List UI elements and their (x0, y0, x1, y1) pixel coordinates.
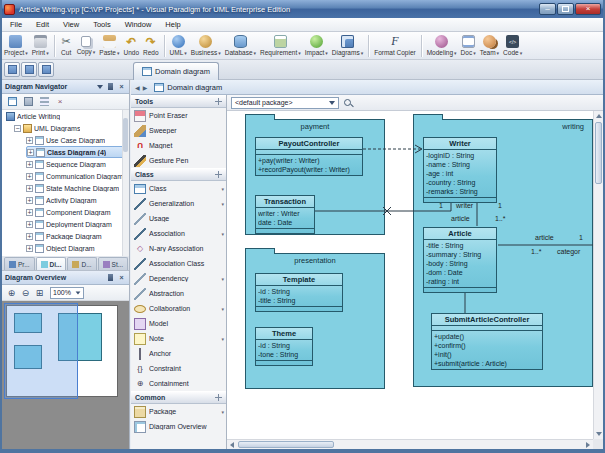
class-payoutcontroller[interactable]: PayoutController +pay(writer : Writer) +… (255, 137, 363, 176)
zoom-in-button[interactable]: ⊕ (5, 286, 18, 299)
tree-item-communication-diagram[interactable]: + Communication Diagram (26, 170, 129, 182)
forward-icon[interactable]: ▶ (143, 84, 148, 91)
scroll-right-button[interactable] (583, 440, 593, 450)
toolbar-team-button[interactable]: Team▾ (478, 34, 501, 57)
palette-item-package[interactable]: Package ▾ (131, 404, 226, 419)
toolbar-project-button[interactable]: Project▾ (2, 34, 30, 57)
diagram-navigator-header[interactable]: Diagram Navigator × (2, 80, 129, 94)
palette-item-dependency[interactable]: Dependency ▾ (131, 271, 226, 286)
toolbar-doc-button[interactable]: Doc▾ (459, 34, 478, 57)
tree-item-state-machine-diagram[interactable]: + State Machine Diagram (26, 182, 129, 194)
expand-icon[interactable]: + (26, 161, 33, 168)
toolbar-copy-button[interactable]: Copy▾ (75, 35, 98, 56)
back-icon[interactable]: ◀ (135, 84, 140, 91)
scrollbar-thumb[interactable] (595, 122, 602, 184)
tree-item-package-diagram[interactable]: + Package Diagram (26, 230, 129, 242)
expand-icon[interactable]: + (26, 209, 33, 216)
expand-icon[interactable]: + (26, 197, 33, 204)
palette-item-note[interactable]: Note ▾ (131, 331, 226, 346)
close-icon[interactable]: × (117, 273, 126, 282)
tree-item-class-diagram[interactable]: + Class Diagram (4) (26, 146, 129, 158)
menu-help[interactable]: Help (158, 18, 187, 31)
vertical-scrollbar[interactable] (593, 111, 603, 439)
panel-tab-project[interactable]: Pr... (4, 257, 35, 270)
horizontal-scrollbar[interactable] (227, 439, 593, 449)
class-transaction[interactable]: Transaction writer : Writer date : Date (255, 195, 315, 234)
class-theme[interactable]: Theme -id : String -tone : String (255, 327, 313, 366)
tree-item-sequence-diagram[interactable]: + Sequence Diagram (26, 158, 129, 170)
expand-icon[interactable]: + (26, 173, 33, 180)
palette-item-collaboration[interactable]: Collaboration ▾ (131, 301, 226, 316)
palette-item-association-class[interactable]: Association Class (131, 256, 226, 271)
palette-item-usage[interactable]: Usage (131, 211, 226, 226)
class-article[interactable]: Article -title : String -summary : Strin… (423, 227, 497, 293)
toolbar-code-button[interactable]: </> Code▾ (501, 34, 524, 57)
new-diagram-button[interactable] (4, 62, 20, 77)
palette-item-gesture-pen[interactable]: Gesture Pen (131, 153, 226, 168)
expand-icon[interactable]: + (27, 149, 34, 156)
zoom-fit-button[interactable]: ⊞ (33, 286, 46, 299)
tree-item-activity-diagram[interactable]: + Activity Diagram (26, 194, 129, 206)
expand-icon[interactable]: + (26, 245, 33, 252)
toolbar-cut-button[interactable]: ✂ Cut (58, 34, 75, 57)
palette-section-class[interactable]: Class (131, 168, 226, 181)
scrollbar-thumb[interactable] (238, 441, 334, 448)
tree-item-component-diagram[interactable]: + Component Diagram (26, 206, 129, 218)
expand-icon[interactable]: + (26, 185, 33, 192)
toolbar-paste-button[interactable]: Paste▾ (97, 34, 121, 57)
scroll-up-button[interactable] (594, 111, 604, 121)
toolbar-impact-button[interactable]: Impact▾ (303, 34, 330, 57)
expand-icon[interactable]: + (26, 137, 33, 144)
overview-thumbnail[interactable] (2, 301, 129, 449)
palette-item-abstraction[interactable]: Abstraction (131, 286, 226, 301)
palette-item-association[interactable]: Association ▾ (131, 226, 226, 241)
pin-icon[interactable] (106, 82, 115, 91)
overview-viewport[interactable] (4, 303, 78, 399)
panel-tab-stencil[interactable]: St... (98, 257, 129, 270)
panel-tab-documentation[interactable]: D... (67, 257, 96, 270)
scroll-down-button[interactable] (594, 429, 604, 439)
palette-item-class[interactable]: Class ▾ (131, 181, 226, 196)
palette-item-sweeper[interactable]: Sweeper (131, 123, 226, 138)
diagram-overview-header[interactable]: Diagram Overview × (2, 271, 129, 285)
association-transaction-writer[interactable] (315, 202, 451, 211)
palette-item-point-eraser[interactable]: Point Eraser (131, 108, 226, 123)
toolbar-modeling-button[interactable]: Modeling▾ (425, 34, 459, 57)
scrollbar-thumb[interactable] (123, 118, 128, 152)
toolbar-undo-button[interactable]: ↶ Undo (121, 34, 141, 57)
toolbar-database-button[interactable]: Database▾ (223, 34, 258, 57)
navigator-new-diagram-button[interactable] (5, 95, 19, 108)
expand-icon[interactable]: + (26, 221, 33, 228)
palette-item-nary-association[interactable]: ◇ N-ary Association (131, 241, 226, 256)
close-icon[interactable]: × (117, 82, 126, 91)
package-selector[interactable]: <default package> (231, 97, 339, 109)
menu-tools[interactable]: Tools (86, 18, 118, 31)
navigator-grid-button[interactable] (21, 95, 35, 108)
palette-item-magnet[interactable]: U Magnet (131, 138, 226, 153)
tree-item-composite-structure-diagram[interactable]: + Composite Structure Diagram (26, 254, 129, 256)
switch-diagram-button[interactable] (38, 62, 54, 77)
search-icon[interactable] (344, 99, 351, 106)
panel-menu-icon[interactable] (95, 82, 104, 91)
pin-icon[interactable] (106, 273, 115, 282)
toolbar-business-button[interactable]: Business▾ (189, 34, 223, 57)
palette-item-constraint[interactable]: {} Constraint (131, 361, 226, 376)
class-submitarticlecontroller[interactable]: SubmitArticleController +update() +confi… (431, 313, 543, 370)
class-template[interactable]: Template -id : String -title : String (255, 273, 343, 312)
palette-item-model[interactable]: Model (131, 316, 226, 331)
navigator-list-button[interactable] (37, 95, 51, 108)
toolbar-format-copier-button[interactable]: F Format Copier (372, 34, 418, 57)
palette-item-generalization[interactable]: Generalization ▾ (131, 196, 226, 211)
tree-item-project-root[interactable]: Article Writing (2, 110, 129, 122)
palette-item-diagram-overview[interactable]: Diagram Overview (131, 419, 226, 434)
palette-section-tools[interactable]: Tools (131, 95, 226, 108)
zoom-out-button[interactable]: ⊖ (19, 286, 32, 299)
title-bar[interactable]: Article Writing.vpp [C:\VP Projects] * -… (0, 0, 605, 18)
menu-window[interactable]: Window (118, 18, 159, 31)
zoom-level-select[interactable]: 100% (50, 287, 84, 299)
panel-tab-diagram-navigator[interactable]: Di... (36, 257, 67, 270)
toolbar-print-button[interactable]: Print▾ (30, 34, 51, 57)
toolbar-uml-button[interactable]: UML▾ (168, 34, 189, 57)
open-diagram-button[interactable] (21, 62, 37, 77)
tree-item-use-case-diagram[interactable]: + Use Case Diagram (26, 134, 129, 146)
